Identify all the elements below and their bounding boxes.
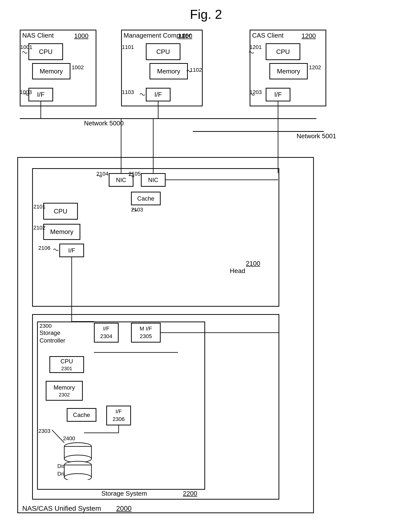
mgmt-cpu-box: CPU [146,43,180,60]
head-id: 2100 [246,260,260,267]
cas-client-id: 1200 [302,32,316,40]
sc-mem-id: 2302 [59,392,70,398]
nas-cpu-label: CPU [39,48,53,56]
storage-system-label: Storage System [101,490,147,497]
nas-if-label: I/F [37,91,44,98]
sc-cpu-label: CPU [61,357,73,365]
cas-mem-label: Memory [277,68,300,75]
nas-cpu-box: CPU [28,43,63,60]
network-5000-line [20,118,316,119]
mgmt-id: 1100 [178,32,192,40]
head-label: Head [230,267,245,275]
cas-cpu-id: 1201 [250,44,262,50]
figure-title: Fig. 2 [190,7,222,22]
if2304-box: I/F 2304 [94,323,119,343]
unified-system-id: 2000 [116,505,131,512]
if2306-label: I/F [115,408,122,416]
disk-drives-icon [59,440,104,480]
head-if-label: I/F [68,247,75,254]
mgmt-if-label: I/F [154,91,162,98]
nic2-box: NIC [141,173,166,187]
nic1-label: NIC [116,177,126,184]
nas-if-id: 1003 [20,89,32,95]
storage-ctrl-id: 2300 [40,323,52,329]
svg-point-5 [64,474,91,480]
nic1-id: 2104 [96,171,108,177]
cas-cpu-label: CPU [276,48,290,56]
label-1102: 1102 [190,67,202,73]
nic2-label: NIC [148,177,158,184]
mgmt-if-box: I/F [146,88,171,101]
mif2305-id: 2305 [140,333,152,340]
network-5001-line [193,131,324,132]
head-cpu-label: CPU [54,208,67,215]
mgmt-mem-box: Memory [150,63,188,79]
head-if-box: I/F [59,244,84,257]
cas-mem-box: Memory [269,63,308,79]
head-cpu-id: 2101 [33,204,45,210]
nas-client-id: 1000 [74,32,88,40]
sc-cpu-id: 2301 [61,365,72,372]
nas-client-label: NAS Client [22,32,54,39]
cas-mem-id: 1202 [309,64,321,71]
cas-client-label: CAS Client [252,32,283,39]
storage-system-id: 2200 [183,490,197,497]
head-mem-label: Memory [50,228,73,236]
head-cpu-box: CPU [43,203,78,220]
nas-mem-label: Memory [40,68,63,75]
if2304-id: 2304 [100,333,112,340]
nas-if-box: I/F [28,88,53,101]
head-cache-id: 2103 [131,207,143,213]
sc-cache-box: Cache [67,408,96,422]
network-5000-label: Network 5000 [84,119,124,127]
mgmt-mem-label: Memory [157,68,180,75]
nas-mem-id: 1002 [72,64,84,71]
head-cache-label: Cache [137,195,154,202]
head-cache-box: Cache [131,192,161,205]
diagram: Fig. 2 NAS Client 1000 CPU 1001 Memory 1… [0,0,412,532]
label-2303: 2303 [38,428,50,434]
cas-cpu-box: CPU [266,43,300,60]
nas-mem-box: Memory [32,63,70,79]
if2306-id: 2306 [113,416,125,423]
sc-cache-label: Cache [73,412,90,418]
mgmt-cpu-label: CPU [156,48,170,56]
if2306-box: I/F 2306 [106,406,131,425]
network-5001-label: Network 5001 [297,132,336,140]
storage-ctrl-label: StorageController [40,329,65,344]
head-mem-box: Memory [43,224,80,240]
head-mem-id: 2102 [33,225,45,231]
cas-if-box: I/F [266,88,290,101]
unified-system-label: NAS/CAS Unified System [22,505,101,512]
cas-if-id: 1203 [250,89,262,95]
sc-cpu-box: CPU 2301 [49,356,84,373]
mif2305-label: M I/F [140,325,152,333]
head-if-id: 2106 [38,245,50,251]
mif2305-box: M I/F 2305 [131,323,161,343]
cas-if-label: I/F [274,91,282,98]
mgmt-if-id: 1103 [122,89,134,95]
nic2-id: 2105 [129,171,141,177]
nas-cpu-id: 1001 [20,44,32,50]
sc-mem-box: Memory 2302 [46,381,83,401]
sc-mem-label: Memory [54,384,75,391]
if2304-label: I/F [103,325,109,333]
mgmt-cpu-id: 1101 [122,44,134,50]
